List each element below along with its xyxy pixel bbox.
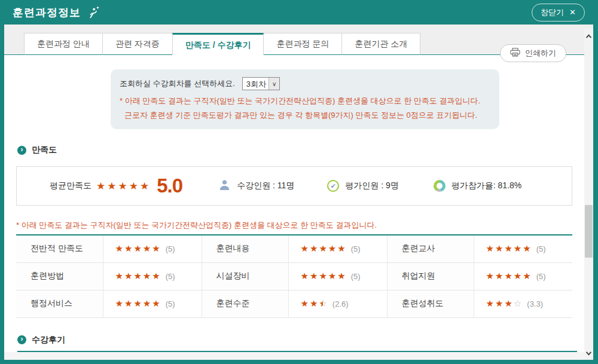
metric-star-rating: ★★★★★(5) <box>288 262 387 290</box>
star-full-icon: ★ <box>310 243 318 254</box>
star-full-icon: ★ <box>310 271 318 282</box>
star-full-icon: ★ <box>124 271 132 282</box>
satisfaction-summary-box: 평균만족도 ★★★★★ 5.0 수강인원 : 11명 ✔ 평가인원 : 9명 <box>16 166 572 206</box>
star-full-icon: ★ <box>495 298 503 309</box>
evaluated-count: ✔ 평가인원 : 9명 <box>327 180 398 192</box>
metric-score-value: (5) <box>536 244 546 253</box>
metric-label: 시설장비 <box>202 262 288 290</box>
star-full-icon: ★ <box>115 243 123 254</box>
star-full-icon: ★ <box>495 243 503 254</box>
participation-rate-label: 평가참가율: 81.8% <box>451 181 521 191</box>
close-window-button[interactable]: 창닫기 ✕ <box>532 4 585 22</box>
star-full-icon: ★ <box>486 271 494 282</box>
metric-score-value: (5) <box>166 244 175 253</box>
scroll-up-icon[interactable] <box>584 31 593 41</box>
metric-label: 취업지원 <box>387 262 474 290</box>
star-full-icon: ★ <box>495 271 503 282</box>
star-full-icon: ★ <box>152 271 160 282</box>
metric-star-rating: ★★★★★(5) <box>474 262 572 290</box>
metric-star-rating: ★★★★★(5) <box>103 262 202 290</box>
metric-label: 행정서비스 <box>16 290 103 317</box>
star-full-icon: ★ <box>486 298 494 309</box>
tab-2[interactable]: 관련 자격증 <box>102 33 173 55</box>
satisfaction-table-row: 행정서비스★★★★★(5)훈련수준★★☆★(2.6)훈련성취도★★★☆(3.3) <box>16 290 572 317</box>
metric-label: 훈련수준 <box>202 290 288 317</box>
metric-star-rating: ★★★★★(5) <box>103 235 202 262</box>
review-session-row: 3회차 수강후기 <box>4 352 593 364</box>
star-full-icon: ★ <box>124 298 132 309</box>
star-full-icon: ★ <box>152 298 160 309</box>
star-full-icon: ★ <box>118 180 127 192</box>
average-satisfaction-value: 5.0 <box>157 175 182 197</box>
satisfaction-section-header: › 만족도 <box>17 145 572 155</box>
vertical-scrollbar[interactable] <box>584 29 593 360</box>
scroll-down-icon[interactable] <box>584 348 593 358</box>
star-full-icon: ★ <box>328 243 336 254</box>
tab-bar: 훈련과정 안내관련 자격증만족도 / 수강후기훈련과정 문의훈련기관 소개 인쇄… <box>4 25 593 55</box>
notice-line-2: 근로자 훈련생 기준 만족도평가 결과만 있는 경우 각 항목별(9가지) 만족… <box>124 110 487 121</box>
print-button-label: 인쇄하기 <box>525 48 556 59</box>
metric-score-value: (5) <box>351 244 361 253</box>
star-full-icon: ★ <box>328 271 336 282</box>
satisfaction-table-row: 훈련방법★★★★★(5)시설장비★★★★★(5)취업지원★★★★★(5) <box>16 262 572 290</box>
participation-rate: 평가참가율: 81.8% <box>434 180 521 192</box>
section-arrow-icon: › <box>17 146 26 155</box>
star-full-icon: ★ <box>319 271 327 282</box>
check-circle-icon: ✔ <box>327 180 339 192</box>
metric-label: 훈련성취도 <box>387 290 474 317</box>
satisfaction-section-title: 만족도 <box>32 145 57 155</box>
metric-star-rating: ★★★☆(3.3) <box>474 290 572 317</box>
star-full-icon: ★ <box>504 271 512 282</box>
metric-score-value: (5) <box>166 272 175 281</box>
star-full-icon: ★ <box>301 271 309 282</box>
training-course-info-window: 훈련과정정보 창닫기 ✕ 훈련과정 안내관련 자격증만족도 / 수강후기훈련과정… <box>0 0 598 364</box>
table-note: * 아래 만족도 결과는 구직자(일반 또는 국가기간전략산업직종) 훈련생을 … <box>16 220 572 231</box>
close-window-label: 창닫기 <box>541 7 564 18</box>
page-title: 훈련과정정보 <box>13 5 81 20</box>
close-icon: ✕ <box>569 8 576 17</box>
star-full-icon: ★ <box>301 243 309 254</box>
star-full-icon: ★ <box>319 243 327 254</box>
tab-1[interactable]: 훈련과정 안내 <box>24 33 103 55</box>
star-full-icon: ★ <box>523 243 530 254</box>
metric-label: 훈련방법 <box>16 262 103 290</box>
notice-line-1: * 아래 만족도 결과는 구직자(일반 또는 국가기간전략산업직종) 훈련생을 … <box>120 96 487 106</box>
star-half-icon: ☆★ <box>319 298 327 309</box>
donut-chart-icon <box>434 180 446 192</box>
metric-score-value: (5) <box>351 272 361 281</box>
metric-star-rating: ★★★★★(5) <box>474 235 572 262</box>
page-body: 조회하실 수강회차를 선택하세요. 3회차 ∨ * 아래 만족도 결과는 구직자… <box>4 69 593 364</box>
scrollbar-thumb[interactable] <box>585 205 593 258</box>
print-button[interactable]: 인쇄하기 <box>500 44 566 62</box>
star-full-icon: ★ <box>143 271 151 282</box>
star-full-icon: ★ <box>96 180 105 192</box>
star-full-icon: ★ <box>504 243 512 254</box>
reviews-section-title: 수강후기 <box>32 335 65 345</box>
star-full-icon: ★ <box>133 243 141 254</box>
star-full-icon: ★ <box>115 271 123 282</box>
metric-score-value: (5) <box>536 272 546 281</box>
star-full-icon: ★ <box>310 298 318 309</box>
metric-label: 전반적 만족도 <box>16 235 103 262</box>
star-full-icon: ★ <box>124 243 132 254</box>
star-full-icon: ★ <box>486 243 494 254</box>
notice-box: 조회하실 수강회차를 선택하세요. 3회차 ∨ * 아래 만족도 결과는 구직자… <box>111 69 499 129</box>
tab-5[interactable]: 훈련기관 소개 <box>341 33 420 55</box>
session-select-prompt: 조회하실 수강회차를 선택하세요. <box>120 78 235 89</box>
enrolled-count-label: 수강인원 : 11명 <box>237 181 294 191</box>
tab-4[interactable]: 훈련과정 문의 <box>263 33 342 55</box>
star-full-icon: ★ <box>129 180 138 192</box>
star-full-icon: ★ <box>301 298 309 309</box>
tab-3[interactable]: 만족도 / 수강후기 <box>172 33 264 55</box>
section-arrow-icon: › <box>17 335 26 344</box>
session-select[interactable]: 3회차 ∨ <box>242 77 280 90</box>
star-full-icon: ★ <box>337 243 345 254</box>
star-full-icon: ★ <box>152 243 160 254</box>
flying-person-star-icon <box>87 5 101 22</box>
star-full-icon: ★ <box>143 298 151 309</box>
average-star-rating: ★★★★★ <box>96 180 151 192</box>
star-full-icon: ★ <box>133 298 141 309</box>
enrolled-count: 수강인원 : 11명 <box>218 179 294 193</box>
star-full-icon: ★ <box>140 180 149 192</box>
chevron-down-icon: ∨ <box>269 78 279 90</box>
